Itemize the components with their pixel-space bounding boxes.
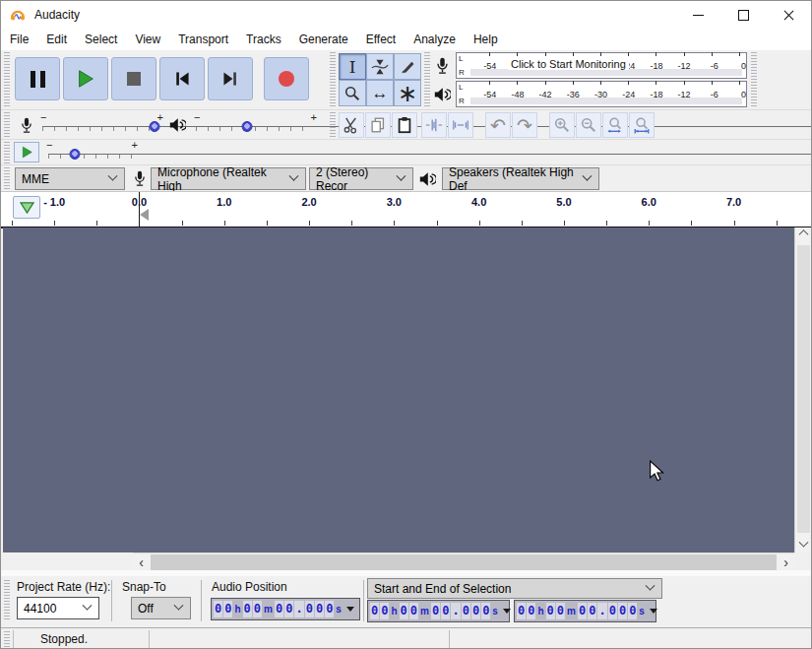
- window-title: Audacity: [34, 8, 80, 22]
- channel-label: L: [459, 54, 468, 63]
- playback-meter[interactable]: LR -54-48-42-36-30-24-18-12-60: [456, 81, 747, 107]
- timeline-options-button[interactable]: [13, 196, 40, 219]
- zoom-out-button[interactable]: [576, 112, 601, 138]
- trim-audio-button[interactable]: [421, 112, 447, 138]
- record-meter-mic-button[interactable]: [430, 52, 454, 79]
- recording-device-select[interactable]: Microphone (Realtek High: [151, 167, 306, 190]
- minimize-button[interactable]: [675, 1, 720, 29]
- draw-tool-button[interactable]: [394, 53, 421, 80]
- skip-to-start-button[interactable]: [159, 57, 205, 100]
- horizontal-scrollbar[interactable]: ‹ ›: [133, 552, 794, 570]
- menu-item[interactable]: Effect: [357, 30, 405, 49]
- scroll-left-button[interactable]: ‹: [133, 553, 150, 571]
- audio-position-display[interactable]: 00h00m00.000s: [211, 598, 360, 620]
- audio-host-select[interactable]: MME: [15, 167, 125, 190]
- timeline-labels: - 1.00.01.02.03.04.05.06.07.0: [12, 196, 777, 208]
- playback-speed-slider[interactable]: − +: [48, 146, 135, 162]
- multi-tool-button[interactable]: ∗: [394, 80, 421, 106]
- transcription-toolbar-grip[interactable]: [4, 142, 10, 163]
- menu-item[interactable]: File: [1, 30, 37, 49]
- meter-scale-number: -18: [635, 90, 662, 99]
- menu-item[interactable]: Generate: [290, 30, 357, 49]
- silence-audio-button[interactable]: [448, 112, 473, 138]
- recording-channels-select[interactable]: 2 (Stereo) Recor: [309, 167, 413, 190]
- menu-item[interactable]: Tracks: [237, 30, 290, 49]
- project-rate-label: Project Rate (Hz):: [17, 580, 110, 594]
- undo-button[interactable]: ↶: [485, 112, 511, 138]
- redo-button[interactable]: ↷: [512, 112, 537, 138]
- scroll-right-button[interactable]: ›: [778, 553, 794, 571]
- menu-item[interactable]: View: [126, 30, 169, 49]
- record-volume-slider[interactable]: − +: [42, 118, 160, 134]
- audio-position-label: Audio Position: [212, 580, 287, 594]
- play-button[interactable]: [63, 57, 108, 100]
- tools-toolbar-grip[interactable]: [330, 52, 336, 107]
- edit-toolbar-grip[interactable]: [330, 112, 336, 138]
- channel-label: L: [459, 83, 468, 92]
- menu-item[interactable]: Help: [465, 30, 507, 49]
- project-rate-select[interactable]: 44100: [17, 597, 99, 619]
- playback-volume-slider[interactable]: − +: [196, 118, 314, 134]
- mixer-toolbar-grip[interactable]: [4, 112, 10, 138]
- meter-toolbar-end-grip[interactable]: [751, 52, 757, 107]
- pause-button[interactable]: [15, 57, 60, 100]
- zoom-tool-button[interactable]: [339, 80, 366, 106]
- transport-toolbar-grip[interactable]: [4, 52, 10, 107]
- multi-tool-icon: ∗: [398, 89, 417, 98]
- vertical-scroll-thumb[interactable]: [797, 245, 810, 533]
- skip-to-end-button[interactable]: [208, 57, 253, 100]
- snap-to-select[interactable]: Off: [131, 597, 191, 619]
- playback-speed-thumb[interactable]: [70, 149, 81, 160]
- fit-project-button[interactable]: [629, 112, 655, 138]
- playback-volume-speaker-icon: [166, 114, 188, 136]
- monitoring-overlay-text[interactable]: Click to Start Monitoring: [508, 58, 629, 70]
- device-toolbar-grip[interactable]: [4, 167, 10, 190]
- meter-scale-number: -54: [468, 90, 496, 99]
- stop-button[interactable]: [111, 57, 156, 100]
- toolbar-row-2: − + − +: [1, 109, 811, 140]
- close-icon: [783, 10, 794, 21]
- selection-end-display[interactable]: 00h00m00.000s: [514, 600, 656, 622]
- paste-button[interactable]: [392, 112, 417, 138]
- horizontal-scroll-thumb[interactable]: [151, 554, 777, 570]
- meter-scale-number: -48: [496, 90, 524, 99]
- menu-item[interactable]: Select: [76, 30, 126, 49]
- selection-toolbar-grip[interactable]: [4, 580, 10, 621]
- playback-volume-thumb[interactable]: [241, 121, 252, 132]
- close-button[interactable]: [766, 1, 811, 29]
- record-button[interactable]: [264, 57, 309, 100]
- play-at-speed-button[interactable]: [14, 142, 39, 162]
- record-volume-thumb[interactable]: [150, 121, 160, 132]
- status-bar-grip[interactable]: [4, 631, 10, 647]
- fit-selection-button[interactable]: [602, 112, 628, 138]
- menu-item[interactable]: Analyze: [405, 30, 465, 49]
- playback-device-select[interactable]: Speakers (Realtek High Def: [442, 167, 599, 190]
- envelope-tool-button[interactable]: [366, 53, 394, 80]
- selection-start-display[interactable]: 00h00m00.000s: [367, 600, 510, 622]
- zoom-in-button[interactable]: [549, 112, 575, 138]
- scroll-down-button[interactable]: [795, 537, 812, 552]
- meter-scale-number: -30: [580, 90, 607, 99]
- recording-meter[interactable]: LR -54-48-42-36-30-24-18-12-60 Click to …: [456, 52, 747, 79]
- scroll-up-button[interactable]: [795, 227, 812, 243]
- timeline-ruler[interactable]: - 1.00.01.02.03.04.05.06.07.0: [1, 191, 811, 228]
- selection-mode-select[interactable]: Start and End of Selection: [367, 578, 662, 599]
- track-canvas[interactable]: [3, 227, 794, 552]
- selection-tool-button[interactable]: I: [339, 53, 366, 80]
- timeline-label: 7.0: [691, 196, 776, 208]
- mic-icon: [435, 56, 450, 76]
- timeshift-tool-button[interactable]: ↔: [366, 80, 394, 106]
- menu-item[interactable]: Edit: [37, 30, 76, 49]
- divider: [111, 580, 112, 621]
- cut-button[interactable]: [339, 112, 364, 138]
- recording-meter-channels: LR: [457, 53, 468, 78]
- snap-to-label: Snap-To: [122, 580, 166, 594]
- menu-item[interactable]: Transport: [169, 30, 237, 49]
- vertical-scrollbar[interactable]: [794, 227, 812, 552]
- playback-meter-speaker-button[interactable]: [430, 81, 454, 107]
- copy-button[interactable]: [365, 112, 391, 138]
- playhead-marker[interactable]: [140, 209, 149, 221]
- project-rate-value: 44100: [24, 602, 56, 616]
- chevron-down-icon: [108, 171, 118, 181]
- maximize-button[interactable]: [720, 1, 766, 29]
